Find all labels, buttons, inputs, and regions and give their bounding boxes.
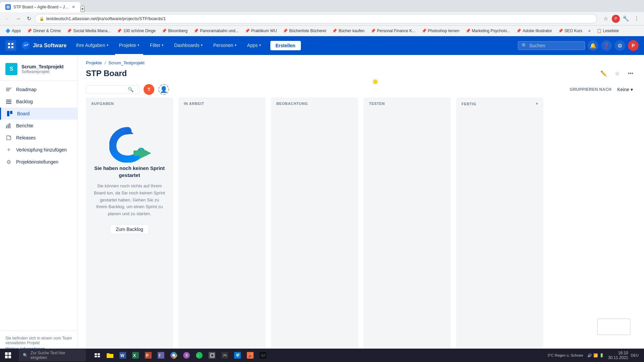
taskbar-app-browser[interactable]: 🌍 xyxy=(231,349,244,361)
breadcrumb-project-link[interactable]: Scrum_Testprojekt xyxy=(108,60,145,65)
address-bar[interactable]: 🔒 testdeutsch1.atlassian.net/jira/softwa… xyxy=(35,14,597,23)
bookmark-12[interactable]: 📌 Adobe Illustrator xyxy=(514,28,554,34)
nav-item-projekte[interactable]: Projekte ▾ xyxy=(115,36,143,55)
active-tab[interactable]: STP Board – Agile-Board – Jira ✕ xyxy=(0,2,80,12)
bookmark-leseliste[interactable]: 📋 Leseliste xyxy=(594,28,622,34)
taskbar-app-misc1[interactable]: 🔳 xyxy=(206,349,218,361)
taskbar-app-teams[interactable]: T xyxy=(155,349,167,361)
settings-button[interactable]: ⚙ xyxy=(614,40,625,51)
taskbar-clock: 16:10 30.11.2021 xyxy=(608,351,628,360)
help-button[interactable]: ❓ xyxy=(601,40,612,51)
more-options-button[interactable]: ••• xyxy=(625,68,636,79)
nav-item-apps[interactable]: Apps ▾ xyxy=(243,36,265,55)
bookmark-9[interactable]: 📌 Personal Finance K... xyxy=(368,28,418,34)
sidebar-item-backlog[interactable]: Backlog xyxy=(0,96,77,108)
bookmark-2[interactable]: 📌 Social Media Mana... xyxy=(64,28,113,34)
board-user-avatar[interactable]: T xyxy=(144,84,154,95)
sidebar-item-roadmap[interactable]: Roadmap xyxy=(0,83,77,96)
search-input[interactable] xyxy=(529,43,576,48)
project-avatar: S xyxy=(5,63,17,75)
add-people-button[interactable]: 👤 xyxy=(158,84,169,95)
bookmark-7[interactable]: 📌 Bücherliste Bücherei xyxy=(280,28,329,34)
jira-navbar: Jira Software Ihre Aufgaben ▾ Projekte ▾… xyxy=(0,36,644,55)
bookmark-10[interactable]: 📌 Photoshop lernen xyxy=(419,28,462,34)
group-by-dropdown[interactable]: Keine ▾ xyxy=(614,85,636,94)
apps-icon: 🔷 xyxy=(5,28,10,33)
bookmark-icon[interactable]: ☆ xyxy=(601,14,610,23)
star-button[interactable]: ☆ xyxy=(612,68,623,79)
bookmark-5[interactable]: 📌 Panoramabahn und... xyxy=(191,28,241,34)
extension-icon[interactable]: 🔧 xyxy=(621,14,631,23)
search-box[interactable]: 🔍 xyxy=(518,41,585,50)
board-search-input[interactable] xyxy=(89,87,126,92)
bookmark-11[interactable]: 📌 Marketing Psycholo... xyxy=(463,28,513,34)
svg-rect-28 xyxy=(95,356,97,357)
nav-personen-label: Personen xyxy=(213,43,233,48)
svg-text:🔳: 🔳 xyxy=(210,353,215,358)
forward-button[interactable]: → xyxy=(13,14,23,23)
taskbar-app-music2[interactable]: 🎶 xyxy=(257,349,269,361)
svg-rect-25 xyxy=(8,356,11,358)
search-icon: 🔍 xyxy=(522,43,527,48)
start-button[interactable] xyxy=(0,349,16,362)
nav-item-personen[interactable]: Personen ▾ xyxy=(209,36,240,55)
bookmark-more[interactable]: » xyxy=(586,28,593,34)
bookmark-4[interactable]: 📌 Bloomberg xyxy=(159,28,190,34)
address-bar-row: ← → ↻ 🔒 testdeutsch1.atlassian.net/jira/… xyxy=(0,12,644,25)
project-header[interactable]: S Scrum_Testprojekt Softwareprojekt xyxy=(0,60,77,81)
taskbar-search[interactable]: 🔍 Zur Suche Text hier eingeben xyxy=(19,349,86,361)
add-people-icon: 👤 xyxy=(160,86,167,93)
new-tab-button[interactable]: + xyxy=(80,6,85,12)
bookmark-7-label: Bücherliste Bücherei xyxy=(289,28,326,33)
profile-icon[interactable]: P xyxy=(612,15,620,23)
nav-item-filter[interactable]: Filter ▾ xyxy=(146,36,167,55)
sidebar-item-berichte[interactable]: Berichte xyxy=(0,120,77,132)
bookmark-apps[interactable]: 🔷 Apps xyxy=(3,28,23,34)
taskbar-app-word[interactable]: W xyxy=(117,349,129,361)
taskbar-app-spotify[interactable]: ♪ xyxy=(193,349,205,361)
taskbar-right: 3°C Regen u. Schnee 🔊 📶 🔋 16:10 30.11.20… xyxy=(542,351,644,360)
tab-close-icon[interactable]: ✕ xyxy=(72,5,75,9)
bookmark-3[interactable]: 📌 100 schöne Dinge xyxy=(114,28,158,34)
jira-logo[interactable]: Jira Software xyxy=(21,41,66,50)
user-avatar[interactable]: P xyxy=(628,40,639,51)
taskbar-app-podcast[interactable]: 🎙 xyxy=(180,349,193,361)
bookmark-6[interactable]: 📌 Praktikum WU xyxy=(242,28,280,34)
back-button[interactable]: ← xyxy=(3,14,12,23)
breadcrumb-projects-link[interactable]: Projekte xyxy=(86,60,102,65)
empty-state-heading: Sie haben noch keinen Sprint gestartet xyxy=(94,165,165,179)
taskbar-search-label: Zur Suche Text hier eingeben xyxy=(31,351,82,360)
nav-item-dashboards[interactable]: Dashboards ▾ xyxy=(170,36,207,55)
bookmark-13[interactable]: 📌 SEO Kurs xyxy=(555,28,585,34)
tab-title: STP Board – Agile-Board – Jira xyxy=(13,5,69,9)
taskbar-app-chrome[interactable] xyxy=(168,349,180,361)
taskbar-app-excel[interactable]: X xyxy=(129,349,142,361)
content-header: Projekte / Scrum_Testprojekt STP Board ✏… xyxy=(78,55,644,81)
sidebar-item-settings[interactable]: ⚙ Projekteinstellungen xyxy=(0,156,77,168)
app-switcher-button[interactable] xyxy=(5,40,16,51)
sidebar-item-releases[interactable]: Releases xyxy=(0,132,77,144)
notifications-button[interactable]: 🔔 xyxy=(588,40,598,51)
reload-button[interactable]: ↻ xyxy=(24,14,34,23)
taskbar-app-explorer[interactable] xyxy=(104,349,116,361)
zum-backlog-button[interactable]: Zum Backlog xyxy=(110,224,149,234)
column-body-testen xyxy=(364,110,451,350)
taskbar-app-misc2[interactable]: 🎮 xyxy=(219,349,231,361)
erstellen-button[interactable]: Erstellen xyxy=(270,41,301,50)
bookmark-1[interactable]: 📌 Dinner & Crime xyxy=(24,28,63,34)
svg-rect-26 xyxy=(95,353,97,355)
sidebar-item-add-link[interactable]: + Verknüpfung hinzufügen xyxy=(0,144,77,156)
nav-apps-label: Apps xyxy=(247,43,258,48)
nav-item-aufgaben[interactable]: Ihre Aufgaben ▾ xyxy=(72,36,112,55)
taskbar-app-powerpoint[interactable]: P xyxy=(142,349,154,361)
taskbar-app-task-view[interactable] xyxy=(91,349,103,361)
menu-icon[interactable]: ⋮ xyxy=(632,14,641,23)
taskbar-app-mic[interactable]: 🎤 xyxy=(244,349,256,361)
svg-point-39 xyxy=(172,354,175,357)
sidebar-item-board[interactable]: Board xyxy=(0,108,77,120)
edit-board-button[interactable]: ✏️ xyxy=(598,68,609,79)
bm8-icon: 📌 xyxy=(332,28,337,33)
board-search-box[interactable]: 🔍 xyxy=(86,85,140,94)
berichte-icon xyxy=(5,122,12,129)
bookmark-8[interactable]: 📌 Bücher kaufen xyxy=(329,28,367,34)
